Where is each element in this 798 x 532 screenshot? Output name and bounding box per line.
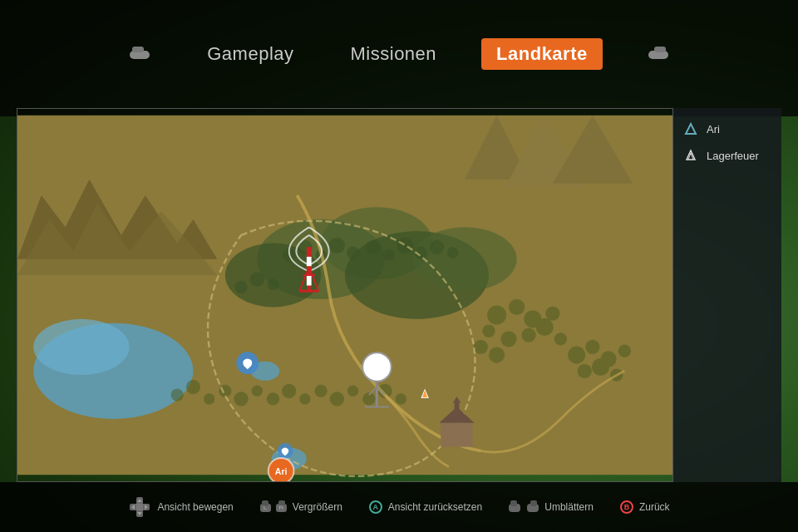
svg-rect-81	[441, 423, 472, 447]
svg-point-51	[219, 385, 231, 397]
svg-point-37	[536, 318, 554, 336]
svg-point-46	[592, 358, 609, 376]
legend-panel: Ari Lagerfeuer	[673, 108, 781, 482]
nav-bar: Gameplay Missionen Landkarte	[0, 0, 798, 108]
dpad-icon	[128, 495, 151, 519]
nav-right-icon[interactable]	[636, 41, 681, 67]
svg-point-56	[299, 393, 310, 404]
bumper-btns	[509, 500, 539, 515]
svg-point-36	[521, 328, 535, 342]
hud-zoom-label: Vergrößern	[293, 501, 342, 513]
svg-point-40	[489, 347, 505, 362]
svg-point-50	[204, 393, 214, 404]
hud-reset-label: Ansicht zurücksetzen	[388, 501, 482, 513]
svg-rect-68	[307, 247, 312, 257]
svg-rect-69	[307, 257, 312, 267]
svg-rect-3	[654, 47, 666, 52]
svg-rect-97	[136, 504, 143, 510]
svg-rect-111	[530, 500, 537, 506]
hud-back: B Zurück	[620, 500, 670, 514]
bumper-left-icon	[129, 46, 150, 62]
svg-point-23	[397, 238, 412, 254]
lagerfeuer-icon	[683, 148, 698, 163]
svg-point-58	[330, 392, 344, 406]
hud-reset: A Ansicht zurücksetzen	[369, 500, 482, 514]
svg-point-34	[482, 325, 495, 337]
svg-marker-92	[687, 150, 695, 160]
svg-point-53	[252, 386, 263, 397]
svg-point-8	[33, 319, 129, 375]
shoulder-icon: L R	[260, 499, 287, 515]
svg-point-54	[267, 392, 279, 405]
hud-move-label: Ansicht bewegen	[157, 501, 233, 513]
tab-gameplay[interactable]: Gameplay	[195, 38, 305, 70]
legend-ari-label: Ari	[707, 123, 720, 135]
hud-back-label: Zurück	[639, 501, 670, 513]
legend-lagerfeuer-label: Lagerfeuer	[707, 150, 759, 162]
svg-point-31	[509, 299, 525, 315]
svg-point-55	[282, 384, 296, 398]
svg-point-27	[234, 281, 247, 293]
svg-text:Ari: Ari	[275, 466, 288, 476]
svg-rect-71	[307, 276, 312, 286]
svg-point-39	[474, 340, 488, 354]
svg-point-41	[568, 347, 585, 364]
svg-point-33	[545, 306, 559, 320]
b-btn: B	[620, 500, 633, 514]
svg-point-30	[487, 305, 506, 324]
tab-missionen[interactable]: Missionen	[339, 38, 449, 70]
map-svg: Ari	[17, 109, 672, 481]
svg-point-52	[234, 392, 248, 406]
legend-item-lagerfeuer: Lagerfeuer	[683, 148, 771, 163]
ari-icon	[683, 121, 698, 136]
svg-point-72	[362, 352, 392, 382]
nav-left-icon[interactable]	[117, 41, 162, 67]
shoulder-btns: L R	[260, 499, 287, 515]
svg-point-45	[578, 364, 592, 378]
svg-rect-109	[510, 500, 517, 506]
svg-point-22	[383, 249, 394, 260]
a-btn: A	[369, 500, 382, 514]
hud-flip: Umblättern	[509, 500, 594, 515]
tab-landkarte[interactable]: Landkarte	[481, 38, 603, 70]
svg-point-49	[186, 380, 200, 394]
svg-point-38	[554, 332, 567, 345]
svg-point-42	[585, 340, 599, 354]
dpad-btn	[128, 495, 151, 519]
svg-point-62	[396, 393, 406, 404]
svg-point-29	[268, 279, 278, 290]
svg-rect-1	[132, 47, 144, 52]
svg-point-25	[430, 240, 444, 254]
tab-missionen-label: Missionen	[351, 43, 437, 65]
hud-move: Ansicht bewegen	[128, 495, 233, 519]
svg-point-48	[171, 388, 184, 401]
svg-point-57	[314, 385, 327, 397]
hud-flip-label: Umblättern	[544, 501, 594, 513]
svg-point-28	[250, 272, 264, 286]
svg-marker-91	[686, 124, 696, 134]
tab-gameplay-label: Gameplay	[207, 43, 293, 65]
bumper-icon	[509, 500, 539, 515]
svg-point-44	[618, 345, 631, 357]
map-container: Ari	[17, 108, 673, 482]
btn-a-icon: A	[369, 500, 382, 514]
bottom-hud: Ansicht bewegen L R Vergrößern A Ansicht…	[0, 482, 798, 532]
svg-point-26	[447, 247, 458, 258]
svg-text:L: L	[264, 504, 268, 511]
svg-point-21	[366, 240, 380, 254]
svg-point-35	[500, 331, 516, 347]
svg-point-59	[347, 386, 358, 397]
svg-rect-70	[307, 266, 312, 276]
legend-item-ari: Ari	[683, 121, 771, 136]
svg-text:R: R	[278, 504, 283, 511]
svg-point-15	[413, 227, 517, 291]
bumper-right-icon	[648, 46, 669, 62]
hud-zoom: L R Vergrößern	[260, 499, 342, 515]
svg-rect-83	[455, 403, 460, 413]
tab-landkarte-label: Landkarte	[496, 43, 588, 65]
btn-b-icon: B	[620, 500, 633, 514]
svg-point-19	[329, 238, 345, 254]
svg-point-20	[347, 246, 359, 259]
